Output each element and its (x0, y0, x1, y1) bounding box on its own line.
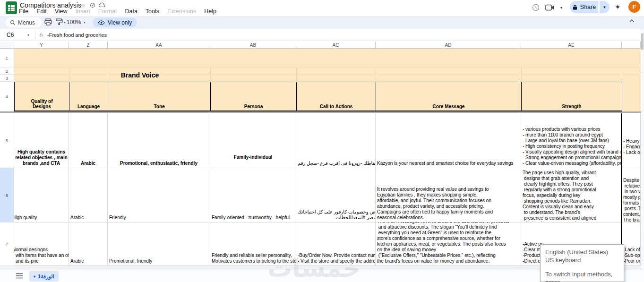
col-header-Y[interactable]: Y (14, 42, 69, 49)
video-call-caret-icon[interactable]: ▾ (556, 2, 567, 13)
all-sheets-icon[interactable] (16, 273, 23, 279)
menu-help[interactable]: Help (204, 8, 216, 15)
cell-AB7[interactable]: Friendly and reliable seller personality… (210, 222, 296, 266)
avatar[interactable]: F (628, 1, 640, 13)
menus-label: Menus (18, 19, 35, 26)
cell-AC5[interactable]: - اشترك -اجمع نقاطك -زورونا في اقرب فرع … (296, 113, 376, 168)
toolbar: Menus ▾ 100% ▾ View only (0, 16, 644, 29)
col-header-AC[interactable]: AC (296, 42, 376, 49)
paint-format-caret-icon[interactable]: ▾ (64, 20, 66, 25)
cell-AE5[interactable]: - various products with various prices -… (521, 113, 622, 168)
cell-AF6-clipped[interactable]: Despite a relatively in two-wa mostly pr… (622, 168, 641, 222)
menu-tools[interactable]: Tools (146, 8, 159, 15)
cell-AC6[interactable]: الحق عروض وخصومات كارفور على كل احتياجات… (296, 168, 376, 222)
menu-data[interactable]: Data (125, 8, 137, 15)
name-box-caret-icon[interactable]: ▾ (27, 33, 29, 37)
vertical-scrollbar-thumb[interactable] (641, 33, 644, 50)
cell-Y6[interactable]: High quality (14, 168, 69, 222)
cell-AD6[interactable]: It revolves around providing real value … (376, 168, 521, 222)
cell-AF7-clipped[interactable]: -Lack of di -Sub-optin -Poor orga (622, 222, 641, 266)
menu-bar: File Edit View Insert Format Data Tools … (19, 8, 216, 15)
formula-bar: C6 ▾ fx -Fresh food and groceries (0, 29, 644, 41)
cell-AA7[interactable]: Promotional, friendly (108, 222, 210, 266)
sheet-tab-caret-icon[interactable]: ▾ (34, 274, 35, 279)
menu-edit[interactable]: Edit (36, 8, 47, 15)
sheets-logo-icon[interactable] (6, 1, 17, 14)
row-header-3[interactable]: 3 (0, 75, 14, 82)
banner-title[interactable]: Brand Voice (69, 68, 211, 82)
vertical-scrollbar[interactable] (641, 29, 644, 282)
menu-extensions[interactable]: Extensions (167, 8, 196, 15)
cell-AE6[interactable]: The page uses high-quality, vibrant desi… (521, 168, 622, 222)
cell-Z4-language-header[interactable]: Language (69, 82, 108, 111)
print-icon[interactable] (44, 18, 52, 26)
menu-file[interactable]: File (19, 8, 28, 15)
cell-AD5[interactable]: Kazyon is your nearest and smartest choi… (376, 113, 521, 168)
cloud-status-icon[interactable] (99, 2, 105, 8)
version-history-icon[interactable] (530, 2, 541, 13)
row-header-4[interactable]: 4 (0, 82, 14, 111)
zoom-control[interactable]: 100% ▾ (67, 19, 86, 26)
menus-search-button[interactable]: Menus (6, 17, 42, 27)
cell-Z5[interactable]: Arabic (69, 113, 108, 168)
row-header-1[interactable]: 1 (0, 49, 14, 68)
row1-merged-cell[interactable] (14, 49, 641, 68)
view-only-chip[interactable]: View only (93, 17, 137, 27)
sheet-tab-label: الورقة1 (38, 273, 54, 280)
col-header-AA[interactable]: AA (108, 42, 210, 49)
frozen-rows-divider (0, 111, 641, 113)
badge-icon[interactable] (90, 2, 95, 8)
name-box[interactable]: C6 (7, 32, 14, 38)
paint-format-icon[interactable] (56, 18, 63, 26)
app-header: Compatitors analysis ☆ File Edit View In… (0, 0, 644, 16)
cell-AA6[interactable]: Friendly (108, 168, 210, 222)
cell-Z6[interactable]: Arabic (69, 168, 108, 222)
cell-AE4-strength-header[interactable]: Strength (521, 82, 622, 111)
formula-input[interactable]: -Fresh food and groceries (47, 32, 107, 38)
cell-AF4-clipped[interactable] (622, 82, 641, 111)
col-header-AD[interactable]: AD (376, 42, 521, 49)
gemini-sparkle-icon[interactable]: ✦ (615, 3, 621, 11)
cell-AA4-tone-header[interactable]: Tone (108, 82, 211, 111)
ime-keyboard: US keyboard (545, 256, 624, 264)
divider (35, 31, 35, 39)
cell-AB6[interactable]: Family-oriented - trustworthy - helpful (210, 168, 296, 222)
row-header-2[interactable]: 2 (0, 68, 14, 75)
share-dropdown-button[interactable]: ▾ (599, 1, 610, 13)
menu-view[interactable]: View (55, 8, 68, 15)
sheet-tab[interactable]: ▾ الورقة1 (29, 271, 59, 282)
zoom-value: 100% (67, 19, 81, 26)
zoom-caret-icon: ▾ (84, 20, 86, 25)
eye-icon (98, 20, 105, 25)
lock-icon (572, 4, 578, 10)
spreadsheet-grid: Y Z AA AB AC AD AE 1 2 3 4 5 6 7 Brand V… (0, 42, 641, 270)
cell-AB4-persona-header[interactable]: Persona (210, 82, 297, 111)
cell-Y7[interactable]: Normal desingns with items that have an … (14, 222, 69, 266)
col-header-Z[interactable]: Z (69, 42, 108, 49)
col-header-AF-clipped[interactable] (622, 42, 641, 49)
cell-AB5[interactable]: Family-individual (210, 113, 296, 168)
row-header-6-selected[interactable]: 6 (0, 168, 14, 222)
select-all-corner[interactable] (0, 42, 14, 49)
cell-AC7[interactable]: -Buy/Order Now. Provide contact numbers … (296, 222, 376, 266)
collapse-toolbar-icon[interactable] (629, 19, 635, 23)
video-call-icon[interactable] (544, 2, 556, 13)
col-header-AE[interactable]: AE (521, 42, 622, 49)
cell-AC4-cta-header[interactable]: Call to Actions (296, 82, 376, 111)
cell-Y5[interactable]: High quality contains related objecties … (14, 113, 69, 168)
cell-Y4-quality-header[interactable]: Quality of Designs (14, 82, 69, 111)
menu-insert[interactable]: Insert (76, 8, 90, 15)
fx-icon: fx (40, 32, 43, 37)
cell-AF5-clipped[interactable]: - Heavy re - Engage - Lack of (622, 113, 641, 168)
view-only-label: View only (108, 19, 132, 26)
menu-format[interactable]: Format (98, 8, 117, 15)
row-header-7[interactable]: 7 (0, 222, 14, 266)
col-header-AB[interactable]: AB (210, 42, 296, 49)
cell-Z7[interactable]: Arabic (69, 222, 108, 266)
cell-AD4-core-message-header[interactable]: Core Message (376, 82, 522, 111)
cell-AA5[interactable]: Promotional, enthusiastic, friendly (108, 113, 210, 168)
cell-AD7[interactable]: The main messages revolve around the abu… (376, 222, 521, 266)
share-button[interactable]: Share (570, 1, 598, 13)
share-label: Share (580, 4, 596, 10)
row-header-5[interactable]: 5 (0, 113, 14, 168)
